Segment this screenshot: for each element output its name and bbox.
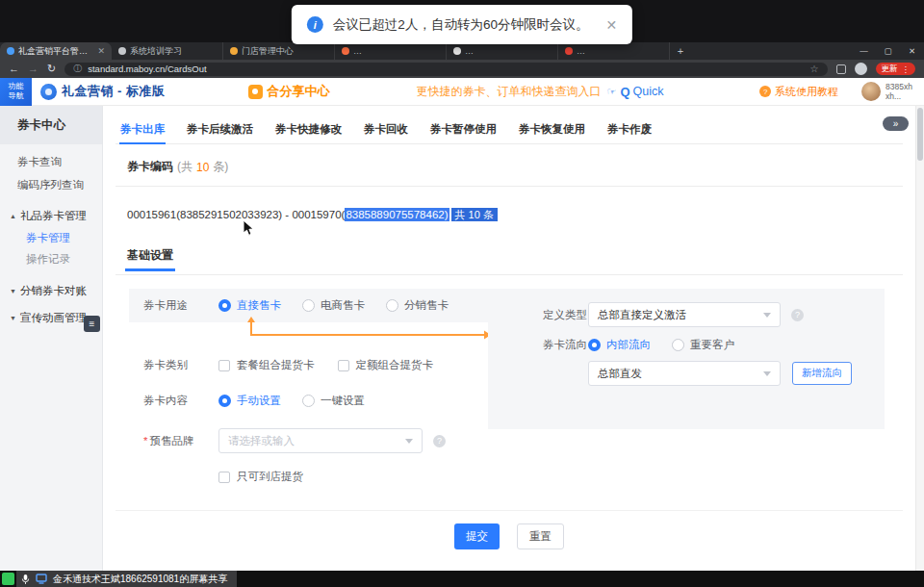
share-center-icon — [248, 85, 263, 99]
url-bar[interactable]: ⓘ standard.maboy.cn/CardsOut ☆ — [64, 63, 827, 76]
tab-card-outbound[interactable]: 券卡出库 — [116, 118, 169, 143]
share-status-chip[interactable]: 金禾通技术王斌18662591081的屏幕共享 — [16, 571, 237, 587]
site-info-icon[interactable]: ⓘ — [73, 63, 82, 75]
define-type-select[interactable]: 总部直接定义激活 — [588, 302, 781, 327]
nav-toggle-line2: 导航 — [9, 91, 24, 101]
submit-button[interactable]: 提交 — [454, 523, 500, 549]
browser-tab-5[interactable]: … — [447, 42, 558, 60]
tab-card-followup-activate[interactable]: 券卡后续激活 — [182, 118, 258, 143]
checkbox-store-pickup-only[interactable]: 只可到店提货 — [218, 470, 303, 484]
screen-share-icon — [36, 574, 47, 584]
back-icon[interactable]: ← — [9, 64, 19, 74]
pointer-icon: ☞ — [607, 86, 617, 98]
sidebar-item-code-sequence-query[interactable]: 编码序列查询 — [0, 173, 102, 196]
brand-title: 礼盒营销 - 标准版 — [62, 83, 166, 100]
radio-label: 直接售卡 — [237, 298, 281, 313]
tab-card-suspend[interactable]: 券卡暂停使用 — [425, 118, 501, 143]
maximize-icon[interactable]: ▢ — [876, 42, 900, 60]
browser-tab-active[interactable]: 礼盒营销平台管理中心 ✕ — [0, 42, 112, 60]
new-tab-button[interactable]: + — [670, 42, 691, 60]
toast-message: 会议已超过2人，自动转为60分钟限时会议。 — [333, 16, 589, 34]
chevron-up-icon: ▲ — [10, 213, 16, 219]
close-icon[interactable]: ✕ — [900, 42, 924, 60]
page-scrollbar[interactable] — [915, 106, 924, 571]
sharer-avatar — [2, 573, 14, 585]
tab-card-void[interactable]: 券卡作废 — [603, 118, 656, 143]
add-flow-button[interactable]: 新增流向 — [792, 362, 852, 385]
sidebar-toggle-icon[interactable]: ≡ — [84, 316, 100, 332]
help-dot-icon[interactable]: ? — [791, 309, 804, 321]
help-dot-icon[interactable]: ? — [433, 435, 446, 447]
card-content-label: 券卡内容 — [143, 394, 203, 408]
sidebar-group-label: 分销券卡对账 — [20, 284, 87, 298]
forward-icon[interactable]: → — [28, 64, 38, 74]
collapse-panel-button[interactable]: » — [883, 116, 909, 131]
mic-icon — [21, 574, 30, 585]
radio-icon — [218, 395, 231, 407]
sidebar-item-operation-log[interactable]: 操作记录 — [0, 248, 102, 269]
bookmark-star-icon[interactable]: ☆ — [810, 64, 819, 74]
count-badge: 共 10 条 — [451, 208, 498, 221]
flow-select[interactable]: 总部直发 — [588, 361, 781, 386]
reset-button[interactable]: 重置 — [517, 523, 564, 549]
user-avatar[interactable] — [861, 82, 881, 101]
user-info[interactable]: 8385xh xh... — [861, 82, 912, 101]
checkbox-fixed-combo-card[interactable]: 定额组合提货卡 — [338, 358, 434, 372]
browser-tab-2[interactable]: 系统培训学习 — [112, 42, 223, 60]
update-button[interactable]: 更新 ⋮ — [876, 63, 916, 75]
tab-card-restore[interactable]: 券卡恢复使用 — [514, 118, 590, 143]
quick-link[interactable]: Q Quick — [620, 85, 663, 99]
presale-brand-select[interactable]: 请选择或输入 — [218, 428, 423, 453]
flow-value: 总部直发 — [598, 367, 642, 381]
share-status-text: 金禾通技术王斌18662591081的屏幕共享 — [53, 573, 227, 586]
radio-icon — [302, 299, 315, 312]
tab-card-quick-edit[interactable]: 券卡快捷修改 — [270, 118, 346, 143]
card-code-range: 00015961(8385291502033923) - 00015970(83… — [116, 208, 903, 222]
toast-close-icon[interactable]: ✕ — [605, 17, 617, 33]
browser-profile-avatar[interactable] — [855, 63, 867, 75]
tab-card-recycle[interactable]: 券卡回收 — [359, 118, 413, 143]
define-type-row: 定义类型 总部直接定义激活 ? — [488, 289, 885, 327]
sidebar-item-card-query[interactable]: 券卡查询 — [0, 150, 102, 173]
menu-kebab-icon[interactable]: ⋮ — [902, 64, 911, 74]
radio-label: 电商售卡 — [321, 298, 365, 313]
divider — [116, 186, 903, 187]
tab-title: … — [465, 46, 551, 56]
favicon-icon — [565, 47, 573, 55]
share-center-link[interactable]: 合分享中心 — [248, 83, 330, 100]
radio-one-click-setup[interactable]: 一键设置 — [302, 394, 365, 408]
meeting-toast: i 会议已超过2人，自动转为60分钟限时会议。 ✕ — [292, 5, 632, 44]
radio-label: 分销售卡 — [404, 298, 449, 313]
share-center-label: 合分享中心 — [268, 83, 330, 100]
radio-internal-flow[interactable]: 内部流向 — [588, 338, 651, 352]
radio-important-customer[interactable]: 重要客户 — [672, 338, 734, 352]
radio-ecommerce-sale[interactable]: 电商售卡 — [302, 298, 365, 313]
radio-direct-sale[interactable]: 直接售卡 — [218, 298, 281, 313]
radio-label: 重要客户 — [690, 338, 734, 352]
extensions-icon[interactable] — [836, 64, 846, 74]
scrollbar-thumb[interactable] — [917, 108, 923, 161]
function-nav-button[interactable]: 功能 导航 — [0, 78, 32, 106]
tab-title: 门店管理中心 — [242, 45, 327, 58]
browser-tab-6[interactable]: … — [558, 42, 670, 60]
minimize-icon[interactable]: — — [852, 42, 876, 60]
checkbox-label: 套餐组合提货卡 — [237, 358, 315, 372]
sidebar-group-distribution-reconcile[interactable]: ▼ 分销券卡对账 — [0, 279, 102, 302]
sidebar-group-gift-card-mgmt[interactable]: ▲ 礼品券卡管理 — [0, 204, 102, 227]
radio-manual-setup[interactable]: 手动设置 — [218, 394, 281, 408]
tab-close-icon[interactable]: ✕ — [97, 46, 105, 56]
sidebar-item-card-management[interactable]: 券卡管理 — [0, 227, 102, 248]
quick-entry-text: 更快捷的券卡、订单和快递查询入口 — [417, 84, 602, 100]
radio-icon — [386, 299, 398, 312]
label-text: 预售品牌 — [149, 435, 193, 447]
checkbox-package-combo-card[interactable]: 套餐组合提货卡 — [218, 358, 315, 372]
code-section-header: 券卡编码 (共 10 条) — [116, 159, 903, 175]
browser-tab-3[interactable]: 门店管理中心 — [223, 42, 335, 60]
radio-label: 一键设置 — [321, 394, 365, 408]
tutorial-link[interactable]: ? 系统使用教程 — [759, 85, 838, 99]
radio-distribution-sale[interactable]: 分销售卡 — [386, 298, 449, 313]
sidebar-group-label: 礼品券卡管理 — [20, 209, 87, 223]
reload-icon[interactable]: ↻ — [47, 64, 56, 74]
brand-logo-icon — [40, 84, 57, 100]
browser-tab-4[interactable]: … — [335, 42, 447, 60]
